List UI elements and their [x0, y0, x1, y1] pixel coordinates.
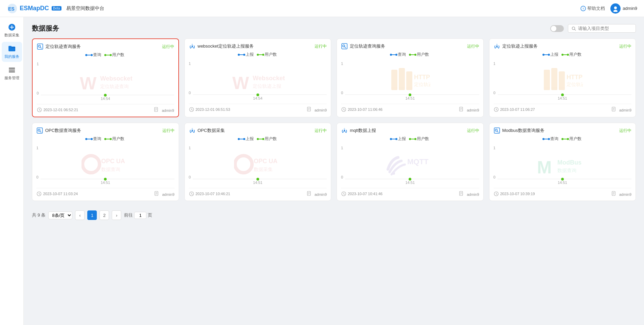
card-title: OPC数据查询服务 [45, 127, 81, 134]
legend-label: 用户数 [417, 136, 429, 142]
legend-item: 查询 [391, 52, 406, 57]
page-size-select[interactable]: 8条/页 [48, 211, 72, 219]
chart-time: 14:51 [558, 181, 567, 185]
card-status: 运行中 [619, 44, 631, 49]
card-header: 定位轨迹上报服务 运行中 [494, 43, 632, 50]
doc-icon [459, 191, 464, 196]
next-page-btn[interactable]: › [112, 210, 121, 220]
goto-input[interactable] [134, 212, 146, 219]
card-header: Modbus数据查询服务 运行中 [494, 127, 632, 134]
svg-point-5 [613, 10, 618, 12]
chart-dot [104, 178, 107, 181]
page-header: 数据服务 [32, 24, 636, 33]
svg-text:数据查询: 数据查询 [557, 168, 576, 173]
chart-watermark: OPC UA 数据查询 [82, 152, 129, 177]
legend-item: 用户数 [410, 52, 429, 57]
card-card-4[interactable]: 定位轨迹上报服务 运行中 上报 用户数 1 0 HTTPServer [489, 38, 636, 117]
chart-time: 14:51 [405, 181, 415, 185]
clock-icon [189, 107, 194, 112]
svg-text:W: W [80, 73, 97, 92]
doc-icon [307, 107, 312, 112]
cards-grid: 定位轨迹查询服务 运行中 查询 用户数 1 0 W Websocket 定位轨迹… [32, 38, 636, 201]
card-card-1[interactable]: 定位轨迹查询服务 运行中 查询 用户数 1 0 W Websocket 定位轨迹… [32, 38, 179, 117]
svg-rect-43 [391, 70, 397, 90]
legend-dot [391, 54, 396, 55]
card-footer: 2023-10-07 10:39:19 admin9 [494, 188, 632, 196]
sidebar-item-data-collect[interactable]: 数据采集 [2, 20, 22, 40]
legend-item: 用户数 [562, 52, 582, 57]
card-title-row: Modbus数据查询服务 [494, 127, 544, 134]
legend-label: 用户数 [112, 136, 124, 142]
total-count: 共 9 条 [32, 212, 46, 218]
doc-icon [459, 107, 464, 112]
search-box[interactable] [568, 24, 636, 33]
chart-y-top: 1 [494, 146, 496, 150]
logo-area: ES ESMapDC Beta 易景空间数据中台 [7, 3, 104, 14]
chart-dot [561, 93, 564, 96]
page-2-btn[interactable]: 2 [100, 210, 109, 220]
toggle-switch[interactable] [550, 25, 564, 32]
svg-line-35 [192, 110, 193, 110]
chart-line [41, 95, 174, 95]
card-card-2[interactable]: websocket定位轨迹上报服务 运行中 上报 用户数 1 0 W Webso… [184, 38, 332, 117]
chart-dot [409, 93, 411, 96]
chart-time: 14:54 [253, 96, 263, 100]
chart-y-zero: 0 [341, 91, 343, 95]
legend-item: 用户数 [258, 52, 277, 57]
chart-watermark: HTTPServer 定位轨迹上报 [542, 66, 583, 95]
card-card-6[interactable]: OPC数据采集 运行中 上报 用户数 1 0 OPC UA 数据采集 [184, 123, 332, 201]
sidebar-item-my-service[interactable]: 我的服务 [2, 42, 22, 62]
sidebar-label-my-service: 我的服务 [4, 54, 19, 59]
card-card-5[interactable]: OPC数据查询服务 运行中 查询 用户数 1 0 OPC UA 数据查询 [32, 123, 179, 201]
help-link[interactable]: ? 帮助文档 [580, 5, 605, 12]
legend-dot [543, 54, 549, 55]
sidebar: 数据采集 我的服务 服务管理 [0, 17, 24, 325]
svg-text:定位轨迹上报: 定位轨迹上报 [567, 82, 583, 87]
card-status: 运行中 [467, 128, 479, 134]
main-content: 数据服务 定位轨迹查询服务 运行中 [24, 17, 644, 325]
user-area[interactable]: admin9 [610, 3, 637, 14]
chart-dot [409, 178, 411, 181]
legend-label: 查询 [550, 136, 558, 142]
card-header: mqtt数据上报 运行中 [341, 127, 479, 134]
card-status: 运行中 [315, 128, 327, 134]
chart-y-zero: 0 [341, 175, 343, 179]
prev-page-btn[interactable]: ‹ [75, 210, 85, 220]
card-footer-right: admin9 [459, 191, 479, 196]
pagination-goto: 前往 页 [124, 212, 152, 219]
help-icon: ? [580, 6, 586, 11]
svg-line-67 [496, 110, 497, 110]
footer-datetime: 2023-12-01 06:51:53 [196, 107, 230, 112]
svg-rect-46 [399, 71, 405, 90]
card-legend: 查询 用户数 [37, 52, 174, 58]
legend-dot [258, 139, 263, 139]
svg-text:Websocket: Websocket [100, 75, 132, 82]
footer-datetime: 2023-12-01 06:52:21 [43, 108, 78, 112]
card-card-3[interactable]: 定位轨迹查询服务 运行中 查询 用户数 1 0 HTTPServer [337, 38, 484, 117]
svg-line-108 [497, 131, 498, 133]
search-input[interactable] [578, 26, 632, 31]
legend-label: 用户数 [417, 52, 429, 57]
legend-dot [410, 54, 415, 55]
chart-line [345, 179, 479, 179]
clock-icon [189, 191, 194, 196]
footer-user: admin9 [162, 108, 174, 113]
user-avatar [610, 3, 621, 14]
legend-item: 用户数 [562, 136, 582, 142]
chart-watermark: W Websocket 定位轨迹上报 [231, 68, 285, 93]
card-card-8[interactable]: Modbus数据查询服务 运行中 查询 用户数 1 0 M ModBus 数据查… [489, 123, 636, 201]
sidebar-label-data-collect: 数据采集 [4, 33, 19, 38]
card-footer: 2023-10-07 10:46:21 admin9 [189, 188, 327, 196]
svg-line-24 [39, 110, 40, 111]
card-chart: 1 0 MQTT 14:51 [341, 144, 479, 185]
chart-y-top: 1 [189, 146, 191, 150]
sidebar-item-service-manage[interactable]: 服务管理 [2, 63, 22, 83]
clock-icon [36, 191, 42, 196]
chart-y-top: 1 [37, 62, 39, 66]
card-legend: 查询 用户数 [494, 136, 632, 142]
card-card-7[interactable]: mqtt数据上报 运行中 上报 用户数 1 0 MQTT [337, 123, 484, 201]
svg-rect-58 [544, 70, 550, 90]
page-1-btn[interactable]: 1 [87, 210, 97, 220]
legend-label: 用户数 [569, 52, 582, 57]
svg-point-85 [192, 130, 193, 131]
